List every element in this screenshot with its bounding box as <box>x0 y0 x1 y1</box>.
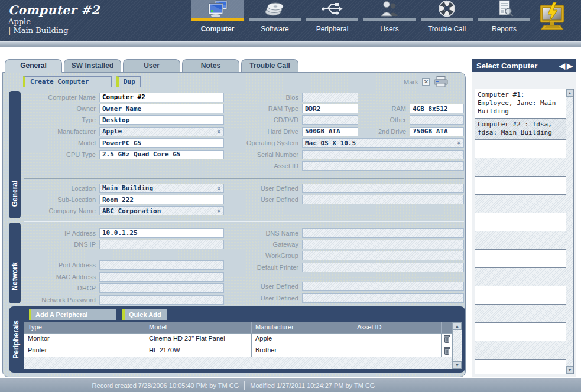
table-row[interactable]: Monitor Cinema HD 23" Flat Panel Apple <box>24 333 462 345</box>
computer-name-field[interactable]: Computer #2 <box>99 93 224 102</box>
model-field[interactable]: PowerPC G5 <box>99 138 224 148</box>
tab-notes[interactable]: Notes <box>182 59 239 72</box>
location-dropdown[interactable]: Main Building » <box>99 184 224 193</box>
workgroup-field[interactable] <box>302 251 464 260</box>
field-label: Owner <box>27 105 99 112</box>
manufacturer-dropdown[interactable]: Apple » <box>99 127 224 136</box>
default-printer-field[interactable] <box>302 263 464 272</box>
nav-label-computer: Computer <box>191 25 244 33</box>
mac-address-field[interactable] <box>99 272 224 282</box>
field-label: Asset ID <box>232 162 302 169</box>
list-item-empty[interactable] <box>475 140 566 158</box>
user-defined-field[interactable] <box>302 282 464 291</box>
list-scrollbar[interactable]: ▲ ▼ <box>566 89 573 374</box>
list-item-empty[interactable] <box>475 195 566 213</box>
scroll-down-arrow[interactable]: ▼ <box>453 361 462 369</box>
field-value: Owner Name <box>102 105 141 113</box>
nav-item-software[interactable]: Software <box>249 0 301 33</box>
bios-field[interactable] <box>302 93 358 102</box>
column-header-asset-id[interactable]: Asset ID <box>353 322 442 333</box>
table-row[interactable]: Printer HL-2170W Brother <box>24 345 462 357</box>
create-computer-button[interactable]: Create Computer <box>23 76 112 87</box>
list-item-selected[interactable]: Computer #2 : fdsa, fdsa: Main Building <box>475 119 566 140</box>
nav-item-trouble-call[interactable]: Trouble Call <box>421 0 473 33</box>
list-item-empty[interactable] <box>475 177 566 195</box>
sub-location-field[interactable]: Room 222 <box>99 195 224 204</box>
nav-item-computer[interactable]: Computer <box>191 0 244 33</box>
field-label: Computer Name <box>27 94 99 101</box>
field-value: PowerPC G5 <box>102 139 141 147</box>
field-label: Default Printer <box>232 264 302 271</box>
print-icon[interactable] <box>434 76 448 87</box>
asset-id-field[interactable] <box>302 161 464 171</box>
company-name-dropdown[interactable]: ABC Corporation » <box>99 206 224 215</box>
field-label: DNS IP <box>27 241 99 248</box>
list-item-empty[interactable] <box>475 323 566 341</box>
tab-sw-installed[interactable]: SW Installed <box>64 59 121 72</box>
user-defined-field[interactable] <box>302 195 464 204</box>
nav-item-peripheral[interactable]: Peripheral <box>306 0 358 33</box>
column-header-manufacturer[interactable]: Manufacturer <box>252 322 353 333</box>
delete-row-icon[interactable] <box>442 345 452 357</box>
network-password-field[interactable] <box>99 295 224 305</box>
table-scrollbar[interactable]: ▲ ▼ <box>452 322 462 369</box>
column-header-model[interactable]: Model <box>145 322 252 333</box>
tab-user[interactable]: User <box>123 59 180 72</box>
next-record-icon[interactable]: ▶ <box>567 61 573 70</box>
nav-underline <box>363 18 416 21</box>
list-item-empty[interactable] <box>475 250 566 268</box>
section-separator <box>24 221 464 222</box>
field-label: Network Password <box>27 296 99 303</box>
user-defined-field[interactable] <box>302 184 464 193</box>
dup-button[interactable]: Dup <box>116 76 141 87</box>
list-item-empty[interactable] <box>475 231 566 250</box>
footer-divider <box>244 381 245 390</box>
delete-row-icon[interactable] <box>442 334 452 345</box>
list-item[interactable]: Computer #1: Employee, Jane: Main Buildi… <box>475 89 566 119</box>
cd-dvd-field[interactable] <box>302 115 358 125</box>
cell-model: Cinema HD 23" Flat Panel <box>145 334 252 345</box>
port-address-field[interactable] <box>99 260 224 270</box>
cell-asset-id <box>353 345 442 357</box>
user-defined-field[interactable] <box>302 293 464 303</box>
list-item-empty[interactable] <box>475 158 566 177</box>
ram-type-field[interactable]: DDR2 <box>302 104 358 113</box>
select-computer-title: Select Computer <box>476 61 537 70</box>
list-item-empty[interactable] <box>475 286 566 305</box>
second-drive-field[interactable]: 750GB ATA <box>410 127 464 136</box>
field-label: Company Name <box>27 207 99 214</box>
dns-ip-field[interactable] <box>99 240 224 249</box>
list-item-empty[interactable] <box>475 268 566 286</box>
owner-field[interactable]: Owner Name <box>99 104 224 113</box>
list-item-empty[interactable] <box>475 213 566 231</box>
cpu-type-field[interactable]: 2.5 GHz Quad Core G5 <box>99 150 224 159</box>
list-item-empty[interactable] <box>475 360 566 374</box>
quick-add-button[interactable]: Quick Add <box>122 309 167 320</box>
scroll-down-arrow[interactable]: ▼ <box>566 366 573 374</box>
tab-general[interactable]: General <box>5 59 62 73</box>
field-value: Desktop <box>102 116 129 124</box>
tab-trouble-call[interactable]: Trouble Call <box>241 59 298 72</box>
column-header-type[interactable]: Type <box>24 322 145 333</box>
dhcp-field[interactable] <box>99 283 224 293</box>
nav-item-reports[interactable]: Reports <box>478 0 530 33</box>
scroll-up-arrow[interactable]: ▲ <box>453 322 462 330</box>
previous-record-icon[interactable]: ◀ <box>559 61 565 70</box>
serial-number-field[interactable] <box>302 150 464 159</box>
type-field[interactable]: Desktop <box>99 115 224 125</box>
gateway-field[interactable] <box>302 240 464 249</box>
mark-checkbox[interactable]: ✕ <box>422 78 430 86</box>
ram-field[interactable]: 4GB 8x512 <box>410 104 464 113</box>
hard-drive-field[interactable]: 500GB ATA <box>302 127 358 136</box>
dns-name-field[interactable] <box>302 228 464 238</box>
ip-address-field[interactable]: 10.0.1.25 <box>99 228 224 238</box>
other-field[interactable] <box>410 115 464 125</box>
operating-system-dropdown[interactable]: Mac OS X 10.5 » <box>302 138 464 148</box>
network-right-column: DNS Name Gateway WorkGroup Default Print… <box>232 227 464 303</box>
app-logo-icon[interactable] <box>535 1 569 33</box>
list-item-empty[interactable] <box>475 341 566 360</box>
add-peripheral-button[interactable]: Add A Peripheral <box>29 309 116 320</box>
list-item-empty[interactable] <box>475 305 566 323</box>
nav-item-users[interactable]: Users <box>363 0 416 33</box>
scroll-up-arrow[interactable]: ▲ <box>566 89 573 97</box>
